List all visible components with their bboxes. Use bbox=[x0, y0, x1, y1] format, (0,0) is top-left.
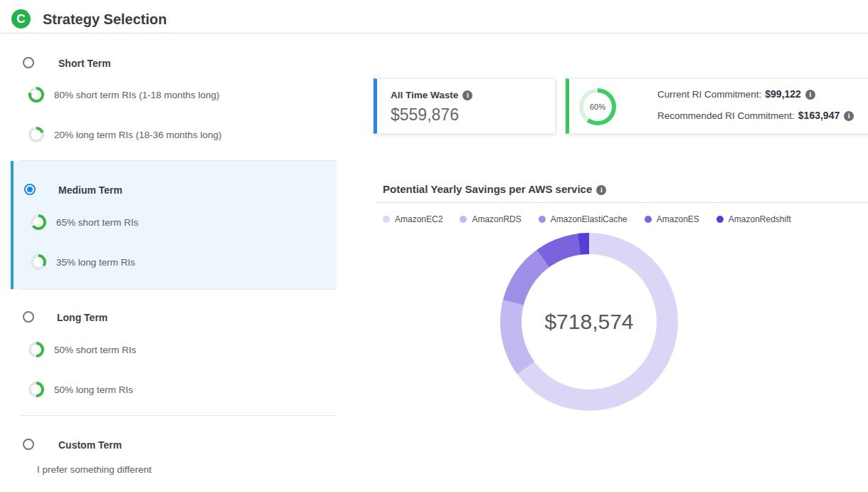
info-icon[interactable]: i bbox=[462, 90, 472, 100]
progress-ring-short-20 bbox=[28, 127, 44, 142]
section-divider bbox=[20, 415, 337, 416]
all-time-waste-card: All Time Wastei $559,876 bbox=[374, 78, 556, 134]
progress-ring-medium-65 bbox=[31, 214, 46, 230]
app-logo-letter: C bbox=[16, 12, 25, 26]
radio-long-term[interactable] bbox=[23, 311, 34, 323]
radio-short-term[interactable] bbox=[23, 57, 34, 68]
legend-item-amazonec2[interactable]: AmazonEC2 bbox=[383, 214, 443, 224]
legend-label-amazonelasticache: AmazonElastiCache bbox=[551, 214, 628, 224]
strategy-selection-page: C Strategy Selection Short Term 80% shor… bbox=[0, 0, 868, 492]
waste-card-title: All Time Wastei bbox=[391, 90, 472, 100]
legend-item-amazonredshift[interactable]: AmazonRedshift bbox=[716, 214, 791, 224]
legend-label-amazonec2: AmazonEC2 bbox=[395, 214, 443, 224]
legend-label-amazonredshift: AmazonRedshift bbox=[729, 214, 791, 224]
option-label-short-20: 20% long term RIs (18-36 months long) bbox=[54, 130, 222, 140]
waste-card-value: $559,876 bbox=[391, 105, 459, 125]
recommended-ri-commitment-label: Recommended RI Commitment: bbox=[657, 110, 795, 121]
strategy-label-long-term[interactable]: Long Term bbox=[57, 312, 107, 323]
strategy-label-short-term[interactable]: Short Term bbox=[58, 58, 111, 69]
recommended-ri-commitment-value: $163,947 bbox=[798, 110, 840, 121]
waste-card-title-text: All Time Waste bbox=[391, 90, 458, 100]
option-label-medium-35: 35% long term RIs bbox=[56, 257, 135, 268]
strategy-label-medium-term[interactable]: Medium Term bbox=[58, 184, 122, 196]
option-label-long-50a: 50% short term RIs bbox=[54, 345, 137, 355]
savings-chart-title: Potential Yearly Savings per AWS service… bbox=[383, 183, 606, 195]
legend-item-amazonrds[interactable]: AmazonRDS bbox=[460, 214, 521, 224]
radio-medium-term[interactable] bbox=[24, 184, 36, 195]
legend-dot-amazonrds bbox=[460, 216, 467, 223]
info-icon[interactable]: i bbox=[596, 185, 606, 195]
page-title: Strategy Selection bbox=[43, 11, 167, 28]
strategy-label-custom-term[interactable]: Custom Term bbox=[58, 439, 122, 451]
app-logo: C bbox=[11, 9, 31, 28]
option-label-long-50b: 50% long term RIs bbox=[54, 384, 133, 395]
progress-ring-long-50b bbox=[28, 382, 44, 397]
legend-label-amazonrds: AmazonRDS bbox=[472, 214, 521, 224]
current-ri-commitment-label: Current RI Commitment: bbox=[657, 89, 761, 100]
option-label-medium-65: 65% short term RIs bbox=[56, 217, 139, 228]
recommended-ri-commitment-line: Recommended RI Commitment:$163,947i bbox=[657, 110, 854, 121]
progress-ring-long-50a bbox=[28, 342, 44, 357]
commitment-gauge-label: 60% bbox=[590, 103, 605, 111]
legend-dot-amazonredshift bbox=[716, 216, 724, 223]
info-icon[interactable]: i bbox=[844, 111, 854, 121]
current-ri-commitment-value: $99,122 bbox=[765, 88, 801, 100]
legend-item-amazonelasticache[interactable]: AmazonElastiCache bbox=[539, 214, 628, 224]
section-divider bbox=[20, 289, 337, 290]
header-divider bbox=[0, 33, 868, 33]
savings-donut-center-value: $718,574 bbox=[544, 310, 633, 334]
legend-label-amazones: AmazonES bbox=[657, 214, 699, 224]
progress-ring-medium-35 bbox=[31, 254, 46, 270]
savings-donut: $718,574 bbox=[500, 233, 678, 411]
current-ri-commitment-line: Current RI Commitment:$99,122i bbox=[657, 88, 815, 100]
legend-dot-amazonec2 bbox=[383, 216, 390, 223]
legend-dot-amazonelasticache bbox=[539, 216, 546, 223]
savings-chart-divider bbox=[376, 202, 868, 203]
savings-chart-legend: AmazonEC2 AmazonRDS AmazonElastiCache Am… bbox=[383, 214, 791, 224]
progress-ring-short-80 bbox=[28, 87, 44, 103]
radio-custom-term[interactable] bbox=[23, 439, 34, 450]
custom-term-description: I prefer something different bbox=[37, 464, 152, 475]
option-label-short-80: 80% short term RIs (1-18 months long) bbox=[54, 90, 220, 100]
info-icon[interactable]: i bbox=[805, 90, 815, 100]
commitment-gauge: 60% bbox=[579, 88, 616, 125]
savings-chart-title-text: Potential Yearly Savings per AWS service bbox=[383, 183, 592, 195]
legend-dot-amazones bbox=[645, 216, 652, 223]
legend-item-amazones[interactable]: AmazonES bbox=[645, 214, 699, 224]
ri-commitment-card: 60% Current RI Commitment:$99,122i Recom… bbox=[566, 78, 868, 134]
